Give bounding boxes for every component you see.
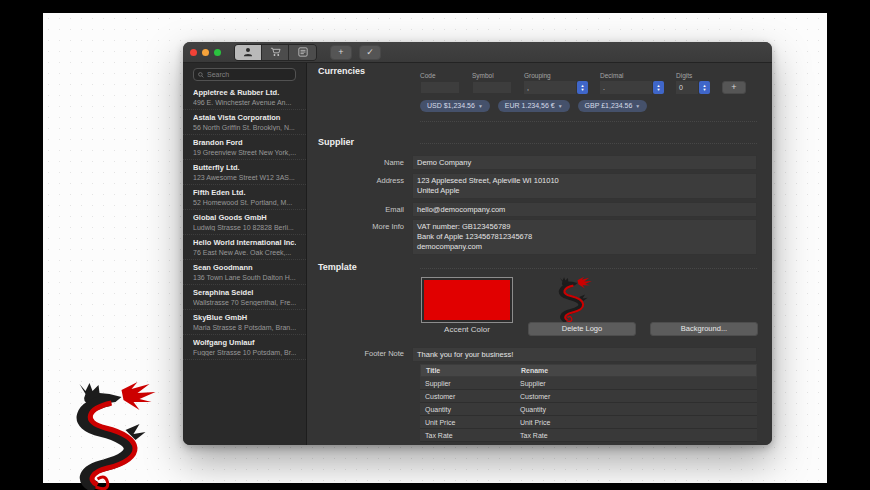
cell-rename: Supplier (515, 380, 757, 387)
symbol-input[interactable] (472, 81, 512, 94)
contact-address: 136 Town Lane South Dalton H... (193, 274, 296, 281)
tab-contacts[interactable] (235, 45, 262, 60)
search-field[interactable] (193, 68, 296, 81)
cell-rename: Unit Price (515, 419, 757, 426)
tab-invoices[interactable] (289, 45, 316, 60)
currency-pill-eur[interactable]: EUR 1.234,56 € ▼ (498, 100, 570, 112)
list-item[interactable]: Appletree & Rubber Ltd. 496 E. Wincheste… (183, 85, 306, 110)
decimal-value: . (600, 81, 652, 94)
contact-name: Hello World International Inc. (193, 238, 296, 247)
title-bar: + ✓ (183, 42, 772, 63)
list-item[interactable]: Seraphina Seidel Wallstrasse 70 Sengenth… (183, 285, 306, 310)
divider (420, 143, 757, 144)
currency-pill-label: GBP £1,234.56 (585, 100, 633, 112)
currency-pill-label: EUR 1.234,56 € (505, 100, 555, 112)
code-label: Code (420, 72, 460, 79)
footer-note-label: Footer Note (307, 347, 412, 362)
desktop-background: + ✓ Appletree & Rubber Ltd. 496 E. Winch… (43, 13, 827, 483)
name-label: Name (307, 155, 412, 170)
column-header-rename: Rename (516, 367, 756, 374)
list-item[interactable]: Global Goods GmbH Ludwig Strasse 10 8282… (183, 210, 306, 235)
search-input[interactable] (207, 71, 291, 78)
zoom-button[interactable] (214, 49, 221, 56)
confirm-button[interactable]: ✓ (359, 45, 381, 60)
contact-address: 52 Homewood St. Portland, M... (193, 199, 296, 206)
table-row[interactable]: Customer Customer (420, 390, 757, 403)
symbol-group: Symbol (472, 72, 512, 94)
cell-title: Customer (420, 393, 515, 400)
currency-pill-gbp[interactable]: GBP £1,234.56 ▼ (578, 100, 648, 112)
grouping-popup[interactable]: , ▲▼ (524, 81, 588, 94)
more-info-field[interactable]: VAT number: GB123456789 Bank of Apple 12… (412, 219, 757, 255)
code-group: Code (420, 72, 460, 94)
cell-title: Supplier (420, 380, 515, 387)
address-label: Address (307, 173, 412, 199)
view-segmented-control (234, 44, 317, 61)
chevron-down-icon: ▼ (558, 100, 563, 112)
close-button[interactable] (190, 49, 197, 56)
contact-address: 496 E. Winchester Avenue An... (193, 99, 296, 106)
minimize-button[interactable] (202, 49, 209, 56)
grouping-value: , (524, 81, 576, 94)
contact-name: Seraphina Seidel (193, 288, 296, 297)
email-field[interactable]: hello@democompany.com (412, 202, 757, 217)
delete-logo-button[interactable]: Delete Logo (528, 322, 636, 336)
supplier-address-row: Address 123 Appleseed Street, Apleville … (307, 173, 757, 199)
list-item[interactable]: Brandon Ford 19 Greenview Street New Yor… (183, 135, 306, 160)
search-icon (198, 72, 204, 78)
footer-note-field[interactable]: Thank you for your business! (412, 347, 757, 362)
table-row[interactable]: Supplier Supplier (420, 377, 757, 390)
stepper-icon[interactable]: ▲▼ (653, 81, 664, 94)
code-input[interactable] (420, 81, 460, 94)
name-field[interactable]: Demo Company (412, 155, 757, 170)
contacts-sidebar: Appletree & Rubber Ltd. 496 E. Wincheste… (183, 63, 307, 445)
decimal-popup[interactable]: . ▲▼ (600, 81, 664, 94)
email-label: Email (307, 202, 412, 217)
add-currency-button[interactable]: + (722, 81, 746, 94)
table-row[interactable]: Unit Price Unit Price (420, 416, 757, 429)
list-item[interactable]: Fifth Eden Ltd. 52 Homewood St. Portland… (183, 185, 306, 210)
digits-stepper[interactable]: 0 ▲▼ (676, 81, 710, 94)
document-list-icon (298, 47, 308, 57)
contact-address: Fugger Strasse 10 Potsdam, Br... (193, 349, 296, 356)
supplier-moreinfo-row: More Info VAT number: GB123456789 Bank o… (307, 219, 757, 255)
template-logo-thumbnail (554, 276, 596, 322)
list-item[interactable]: Wolfgang Umlauf Fugger Strasse 10 Potsda… (183, 335, 306, 360)
supplier-heading: Supplier (318, 137, 354, 147)
digits-group: Digits 0 ▲▼ (676, 72, 710, 94)
contact-name: Butterfly Ltd. (193, 163, 296, 172)
chevron-down-icon: ▼ (478, 100, 483, 112)
list-item[interactable]: Sean Goodmann 136 Town Lane South Dalton… (183, 260, 306, 285)
supplier-name-row: Name Demo Company (307, 155, 757, 170)
dragon-logo (48, 380, 183, 490)
contact-address: Ludwig Strasse 10 82828 Berli... (193, 224, 296, 231)
accent-color-well[interactable] (421, 277, 513, 323)
contact-address: Wallstrasse 70 Sengenthal, Fre... (193, 299, 296, 306)
contact-address: Maria Strasse 8 Potsdam, Bran... (193, 324, 296, 331)
contact-name: Brandon Ford (193, 138, 296, 147)
list-item[interactable]: Butterfly Ltd. 123 Awesome Street W12 3A… (183, 160, 306, 185)
tab-items[interactable] (262, 45, 289, 60)
address-field[interactable]: 123 Appleseed Street, Apleville WI 10101… (412, 173, 757, 199)
list-item[interactable]: Hello World International Inc. 76 East N… (183, 235, 306, 260)
currency-pill-usd[interactable]: USD $1,234.56 ▼ (420, 100, 490, 112)
divider (420, 121, 757, 122)
contact-name: Appletree & Rubber Ltd. (193, 88, 296, 97)
decimal-label: Decimal (600, 72, 664, 79)
add-button[interactable]: + (330, 45, 352, 60)
currency-editor: Code Symbol Grouping , ▲▼ (420, 72, 746, 94)
table-row[interactable]: Quantity Quantity (420, 403, 757, 416)
background-button[interactable]: Background... (650, 322, 758, 336)
stepper-icon[interactable]: ▲▼ (699, 81, 710, 94)
list-item[interactable]: Astala Vista Corporation 56 North Griffi… (183, 110, 306, 135)
accent-color-swatch (424, 280, 510, 320)
table-row[interactable]: Tax Rate Tax Rate (420, 429, 757, 442)
list-item[interactable]: SkyBlue GmbH Maria Strasse 8 Potsdam, Br… (183, 310, 306, 335)
contact-address: 19 Greenview Street New York,... (193, 149, 296, 156)
contact-address: 123 Awesome Street W12 3AS... (193, 174, 296, 181)
cart-icon (270, 47, 281, 57)
decimal-group: Decimal . ▲▼ (600, 72, 664, 94)
currencies-heading: Currencies (318, 66, 365, 76)
traffic-lights (190, 49, 221, 56)
stepper-icon[interactable]: ▲▼ (577, 81, 588, 94)
